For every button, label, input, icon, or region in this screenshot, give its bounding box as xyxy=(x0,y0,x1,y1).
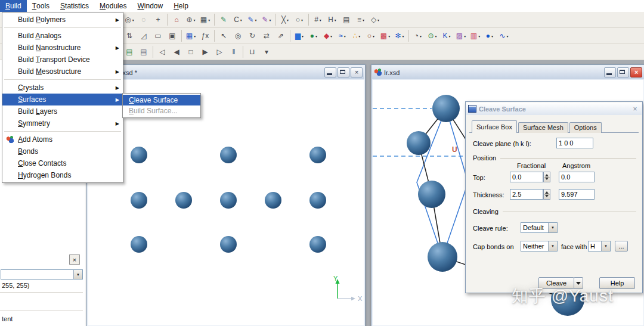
measure-icon[interactable]: #▾ xyxy=(311,13,325,26)
function-icon[interactable]: ƒx xyxy=(198,29,212,42)
dialog-close-icon[interactable]: × xyxy=(630,105,640,113)
face-with-dropdown[interactable]: H xyxy=(588,241,611,252)
scale-mode-icon[interactable]: ⇗ xyxy=(274,29,288,42)
thickness-angstrom-input[interactable] xyxy=(559,189,595,200)
menu-item-close-contacts[interactable]: Close Contacts xyxy=(2,157,123,169)
dropdown-arrow-icon[interactable] xyxy=(601,241,610,251)
browse-button[interactable]: ... xyxy=(615,241,628,252)
slice-tool-icon[interactable]: ▩▾ xyxy=(378,29,392,42)
polyhedra-icon[interactable]: ◆▾ xyxy=(321,29,335,42)
menu-item-build-nanostructure[interactable]: Build Nanostructure▶ xyxy=(2,42,123,54)
notebook-icon[interactable]: ▤ xyxy=(137,45,151,58)
panel-close-icon[interactable]: × xyxy=(69,254,80,265)
menu-item-bonds[interactable]: Bonds xyxy=(2,145,123,157)
atom[interactable] xyxy=(175,192,192,209)
dropdown-arrow-icon[interactable] xyxy=(548,223,557,232)
render-style-icon[interactable]: ●▾ xyxy=(306,29,321,42)
translate-mode-icon[interactable]: ⇄ xyxy=(259,29,274,42)
menu-item-build-analogs[interactable]: Build Analogs xyxy=(2,30,123,42)
menu-item-add-atoms[interactable]: Add Atoms xyxy=(2,133,123,145)
dropdown-arrow-icon[interactable] xyxy=(548,241,557,251)
band-structure-icon[interactable]: ▥▾ xyxy=(468,29,482,42)
top-angstrom-input[interactable] xyxy=(559,172,595,182)
restore-icon[interactable] xyxy=(617,67,629,77)
menu-window[interactable]: Window xyxy=(132,0,168,12)
panel-dropdown[interactable] xyxy=(1,269,83,280)
tab-surface-mesh[interactable]: Surface Mesh xyxy=(518,122,568,133)
menu-modules[interactable]: Modules xyxy=(94,0,132,12)
menu-item-hydrogen-bonds[interactable]: Hydrogen Bonds xyxy=(2,169,123,181)
play-reverse-icon[interactable]: ◁ xyxy=(155,45,169,58)
study-table-icon[interactable]: ▤ xyxy=(122,45,137,58)
properties-table-icon[interactable]: ▤ xyxy=(339,13,354,26)
close-icon[interactable]: × xyxy=(630,67,642,77)
selection-rect-icon[interactable]: ▭ xyxy=(151,29,165,42)
play-icon[interactable]: ▷ xyxy=(212,45,227,58)
chart-view-icon[interactable]: ▆▾ xyxy=(292,29,306,42)
menu-item-symmetry[interactable]: Symmetry▶ xyxy=(2,117,123,129)
menu-item-build-mesostructure[interactable]: Build Mesostructure▶ xyxy=(2,66,123,77)
thickness-fractional-input[interactable] xyxy=(510,189,543,200)
menu-item-crystals[interactable]: Crystals▶ xyxy=(2,82,123,94)
atom[interactable] xyxy=(309,192,326,209)
ring-tool-icon[interactable]: ○▾ xyxy=(364,29,378,42)
restore-icon[interactable] xyxy=(338,67,349,77)
menu-item-surfaces[interactable]: Surfaces▶ xyxy=(2,94,123,105)
spectrum-icon[interactable]: ∿▾ xyxy=(497,29,511,42)
data-table-icon[interactable]: ▦▾ xyxy=(184,29,198,42)
menu-item-build-surface[interactable]: Build Surface... xyxy=(123,105,200,116)
zoom-in-icon[interactable]: ◎▾ xyxy=(122,13,137,26)
sphere-display-icon[interactable]: ●▾ xyxy=(482,29,497,42)
texture-icon[interactable]: ▨▾ xyxy=(454,29,468,42)
reorder-icon[interactable]: ⇅ xyxy=(122,29,137,42)
atom[interactable] xyxy=(309,147,326,163)
menu-item-cleave-surface[interactable]: Cleave Surface xyxy=(123,95,200,105)
element-selector-icon[interactable]: C▾ xyxy=(231,13,245,26)
toolbar-options-icon[interactable]: ▾ xyxy=(259,45,274,58)
menu-statistics[interactable]: Statistics xyxy=(55,0,94,12)
cap-bonds-dropdown[interactable]: Neither xyxy=(521,241,558,252)
zoom-out-icon[interactable]: ◌ xyxy=(137,13,151,26)
atom[interactable] xyxy=(418,181,445,208)
dropdown-arrow-icon[interactable] xyxy=(73,270,82,279)
menu-help[interactable]: Help xyxy=(168,0,194,12)
atom[interactable] xyxy=(131,192,147,209)
rotate-mode-icon[interactable]: ↻ xyxy=(245,29,259,42)
minimize-icon[interactable] xyxy=(324,67,336,77)
add-hydrogen-icon[interactable]: H▾ xyxy=(325,13,339,26)
thickness-spinner[interactable] xyxy=(543,189,550,200)
symmetry-view-icon[interactable]: ✻▾ xyxy=(392,29,407,42)
zoom-mode-icon[interactable]: ◎ xyxy=(231,29,245,42)
top-fractional-input[interactable] xyxy=(510,172,543,182)
home-icon[interactable]: ⌂ xyxy=(169,13,184,26)
menu-item-build-transport-device[interactable]: Build Transport Device xyxy=(2,54,123,66)
break-bond-icon[interactable]: ╳▾ xyxy=(278,13,292,26)
atom[interactable] xyxy=(432,95,460,122)
atom[interactable] xyxy=(428,242,457,272)
atom[interactable] xyxy=(131,236,147,253)
minimize-icon[interactable] xyxy=(604,67,616,77)
scatter-plot-icon[interactable]: ∴▾ xyxy=(349,29,364,42)
close-icon[interactable]: × xyxy=(351,67,363,77)
atom[interactable] xyxy=(407,131,431,155)
atom[interactable] xyxy=(265,192,281,209)
arrange-icon[interactable]: ⊔ xyxy=(245,45,259,58)
target-icon[interactable]: ⊙▾ xyxy=(425,29,439,42)
menu-item-build-polymers[interactable]: Build Polymers▶ xyxy=(2,14,123,26)
tab-options[interactable]: Options xyxy=(569,122,602,133)
display-lines-icon[interactable]: ≡▾ xyxy=(354,13,368,26)
symmetry-tool-icon[interactable]: ◇▾ xyxy=(368,13,382,26)
sketch-ring-icon[interactable]: ✎▾ xyxy=(259,13,274,26)
menu-item-build-layers[interactable]: Build Layers xyxy=(2,105,123,117)
center-view-icon[interactable]: ⊕▾ xyxy=(184,13,198,26)
pan-icon[interactable]: + xyxy=(151,13,165,26)
menu-tools[interactable]: Tools xyxy=(27,0,55,12)
cleave-plane-input[interactable] xyxy=(556,138,593,148)
angle-measure-icon[interactable]: ◿ xyxy=(137,29,151,42)
lattice-cell-icon[interactable]: ▣ xyxy=(165,29,179,42)
pause-icon[interactable]: ‖ xyxy=(227,45,241,58)
atom[interactable] xyxy=(220,236,237,253)
adjust-bond-icon[interactable]: ○▾ xyxy=(292,13,306,26)
display-style-icon[interactable]: ▦▾ xyxy=(198,13,212,26)
sketch-bond-icon[interactable]: ✎▾ xyxy=(245,13,259,26)
